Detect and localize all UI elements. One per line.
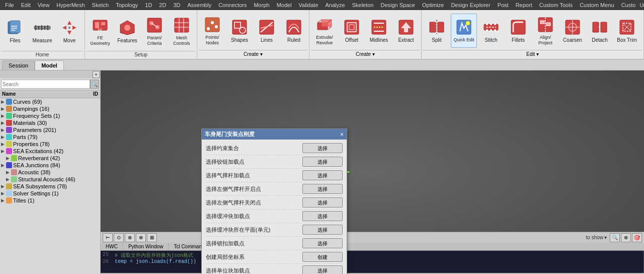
ribbon-btn-detach[interactable]: Detach xyxy=(587,14,613,48)
tree-item-properties[interactable]: ▶ Properties (78) xyxy=(0,141,100,148)
dialog-btn-7[interactable]: 选择 xyxy=(302,238,343,248)
toolbar-btn-3[interactable]: ⊗ xyxy=(125,233,135,242)
search-button[interactable]: 🔍 xyxy=(90,80,99,89)
menu-validate[interactable]: Validate xyxy=(296,1,321,9)
arrow-materials: ▶ xyxy=(1,120,6,125)
ribbon-btn-features[interactable]: Features xyxy=(114,14,140,48)
menu-design-explorer[interactable]: Design Explorer xyxy=(448,1,493,9)
menu-edit[interactable]: Edit xyxy=(18,1,34,9)
menu-post[interactable]: Post xyxy=(495,1,512,9)
ribbon-btn-param[interactable]: Param/Criteria xyxy=(141,14,168,48)
svg-rect-81 xyxy=(601,22,607,32)
tree-container[interactable]: ▶ Curves (69) ▶ Dampings (16) ▶ Frequenc… xyxy=(0,98,100,274)
ribbon-btn-extrude[interactable]: Extrude/Revolve xyxy=(311,14,338,48)
tree-item-sea-excitations[interactable]: ▶ SEA Excitations (42) xyxy=(0,148,100,155)
ribbon-btn-box-trim[interactable]: Box Trim xyxy=(614,14,640,48)
toolbar-btn-1[interactable]: ⊢ xyxy=(103,233,113,242)
tree-item-acoustic[interactable]: ▶ Acoustic (38) xyxy=(0,169,100,176)
dialog-btn-0[interactable]: 选择 xyxy=(302,143,343,153)
ribbon-btn-lines[interactable]: Lines xyxy=(254,14,280,48)
ribbon-btn-extract[interactable]: Extract xyxy=(393,14,419,48)
menu-file[interactable]: File xyxy=(2,1,17,9)
menu-design-space[interactable]: Design Space xyxy=(377,1,418,9)
menu-3d[interactable]: 3D xyxy=(170,1,183,9)
dialog-title-bar[interactable]: 车身尾门安装点刚度 × xyxy=(202,129,347,140)
tree-item-titles[interactable]: ▶ Titles (1) xyxy=(0,197,100,204)
toolbar-btn-5[interactable]: ⊠ xyxy=(147,233,157,242)
ribbon-btn-coarsen[interactable]: Coarsen xyxy=(559,14,586,48)
dialog-row-7: 选择锁扣加载点 选择 xyxy=(206,237,343,250)
menu-analyze[interactable]: Analyze xyxy=(323,1,348,9)
tree-item-dampings[interactable]: ▶ Dampings (16) xyxy=(0,105,100,112)
panel-close-button[interactable]: × xyxy=(93,71,100,78)
tree-item-curves[interactable]: ▶ Curves (69) xyxy=(0,98,100,105)
toolbar-btn-4[interactable]: ⊕ xyxy=(136,233,146,242)
ribbon-btn-stitch[interactable]: Stitch xyxy=(478,14,504,48)
dialog-btn-3[interactable]: 选择 xyxy=(302,184,343,194)
menu-optimize[interactable]: Optimize xyxy=(419,1,447,9)
dialog-btn-8[interactable]: 创建 xyxy=(302,252,343,262)
tree-item-frequency-sets[interactable]: ▶ Frequency Sets (1) xyxy=(0,112,100,119)
tab-session[interactable]: Session xyxy=(2,60,35,70)
measure-label: Measure xyxy=(33,38,52,43)
ribbon-btn-shapes[interactable]: Shapes xyxy=(226,14,253,48)
dialog-btn-1[interactable]: 选择 xyxy=(302,157,343,167)
tab-model[interactable]: Model xyxy=(35,60,64,70)
zoom-btn-3[interactable]: 🎯 xyxy=(632,233,642,242)
ribbon-btn-files[interactable]: Files xyxy=(2,14,28,48)
ribbon-btn-midlines[interactable]: Midlines xyxy=(366,14,392,48)
dialog-label-3: 选择左侧气撑杆开启点 xyxy=(206,185,302,193)
menu-model[interactable]: Model xyxy=(274,1,295,9)
search-input[interactable] xyxy=(1,80,90,89)
menu-custom-menu[interactable]: Custom Menu xyxy=(577,1,617,9)
menu-sketch[interactable]: Sketch xyxy=(89,1,112,9)
bottom-tab-hwc[interactable]: HWC xyxy=(101,243,123,250)
tree-item-sea-junctions[interactable]: ▶ SEA Junctions (84) xyxy=(0,162,100,169)
ribbon-btn-move[interactable]: Move xyxy=(56,14,83,48)
tree-item-materials[interactable]: ▶ Materials (30) xyxy=(0,119,100,126)
menu-assembly[interactable]: Assembly xyxy=(184,1,214,9)
dialog-btn-5[interactable]: 选择 xyxy=(302,211,343,221)
svg-point-21 xyxy=(124,25,130,31)
zoom-btn-2[interactable]: ⊕ xyxy=(621,233,631,242)
menu-custo[interactable]: Custo xyxy=(618,1,639,9)
tree-item-solver-settings[interactable]: ▶ Solver Settings (1) xyxy=(0,190,100,197)
menu-view[interactable]: View xyxy=(35,1,53,9)
menu-custom-tools[interactable]: Custom Tools xyxy=(536,1,576,9)
tree-item-parts[interactable]: ▶ Parts (79) xyxy=(0,133,100,141)
menu-1d[interactable]: 1D xyxy=(142,1,155,9)
ribbon-btn-measure[interactable]: Measure xyxy=(29,14,55,48)
dialog-btn-4[interactable]: 选择 xyxy=(302,197,343,208)
ribbon-btn-split[interactable]: Split xyxy=(424,14,450,48)
dialog-close-button[interactable]: × xyxy=(340,131,344,138)
ribbon-btn-fe-geometry[interactable]: FE FEGeometry xyxy=(87,14,113,48)
ribbon-btn-mesh[interactable]: MeshControls xyxy=(169,14,195,48)
menu-morph[interactable]: Morph xyxy=(251,1,272,9)
ribbon-btn-fillets[interactable]: Fillets xyxy=(505,14,531,48)
dialog-btn-9[interactable]: 选择 xyxy=(302,265,343,274)
ribbon-btn-align[interactable]: Align/Project xyxy=(532,14,558,48)
menu-skeleton[interactable]: Skeleton xyxy=(349,1,377,9)
bottom-tab-bar: HWC Python Window Tcl Command Window xyxy=(101,243,644,251)
menu-2d[interactable]: 2D xyxy=(156,1,169,9)
ribbon-btn-quick-edit[interactable]: Quick Edit xyxy=(451,14,477,48)
menu-topology[interactable]: Topology xyxy=(113,1,141,9)
menu-report[interactable]: Report xyxy=(513,1,535,9)
toolbar-btn-2[interactable]: ⊙ xyxy=(114,233,124,242)
tree-item-sea-subsystems[interactable]: ▶ SEA Subsystems (78) xyxy=(0,183,100,190)
ribbon-btn-ruled[interactable]: Ruled xyxy=(281,14,307,48)
dialog-btn-2[interactable]: 选择 xyxy=(302,170,343,180)
ribbon-btn-points[interactable]: Points/Nodes xyxy=(199,14,225,48)
left-panel: × 🔍 Name ID ▶ Curves (69) ▶ Dampings (16… xyxy=(0,71,101,274)
tree-item-reverberant[interactable]: ▶ Reverberant (42) xyxy=(0,155,100,162)
svg-rect-9 xyxy=(44,26,45,30)
tree-item-structural-acoustic[interactable]: ▶ Structural Acoustic (46) xyxy=(0,176,100,183)
menu-connectors[interactable]: Connectors xyxy=(215,1,250,9)
tree-item-parameters[interactable]: ▶ Parameters (201) xyxy=(0,126,100,133)
zoom-btn-1[interactable]: 🔍 xyxy=(610,233,620,242)
menu-hypermesh[interactable]: HyperMesh xyxy=(53,1,88,9)
bottom-tab-python[interactable]: Python Window xyxy=(123,243,169,250)
split-label: Split xyxy=(432,37,441,43)
dialog-btn-6[interactable]: 选择 xyxy=(302,225,343,235)
ribbon-btn-offset[interactable]: Offset xyxy=(339,14,365,48)
